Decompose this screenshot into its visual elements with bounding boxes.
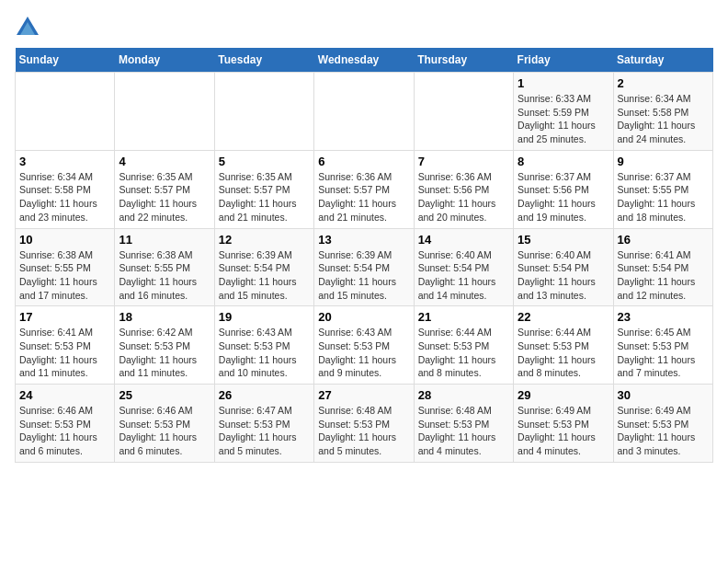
calendar-cell: 6Sunrise: 6:36 AMSunset: 5:57 PMDaylight… [314, 150, 414, 228]
day-number: 1 [518, 76, 609, 90]
day-info: Sunrise: 6:41 AMSunset: 5:53 PMDaylight:… [19, 326, 110, 380]
day-number: 20 [318, 310, 409, 324]
calendar-cell: 13Sunrise: 6:39 AMSunset: 5:54 PMDayligh… [314, 228, 414, 306]
day-info: Sunrise: 6:33 AMSunset: 5:59 PMDaylight:… [518, 92, 609, 146]
day-number: 15 [518, 233, 609, 247]
calendar-cell: 30Sunrise: 6:49 AMSunset: 5:53 PMDayligh… [613, 385, 712, 463]
day-number: 19 [219, 310, 310, 324]
calendar-week-4: 17Sunrise: 6:41 AMSunset: 5:53 PMDayligh… [16, 306, 713, 385]
calendar-cell: 23Sunrise: 6:45 AMSunset: 5:53 PMDayligh… [613, 306, 712, 385]
day-number: 2 [618, 76, 709, 90]
day-info: Sunrise: 6:40 AMSunset: 5:54 PMDaylight:… [518, 248, 609, 303]
calendar-week-2: 3Sunrise: 6:34 AMSunset: 5:58 PMDaylight… [16, 150, 713, 228]
calendar-cell [115, 73, 214, 151]
day-number: 26 [219, 388, 310, 402]
logo-icon [15, 15, 40, 40]
day-info: Sunrise: 6:39 AMSunset: 5:54 PMDaylight:… [219, 248, 310, 303]
day-number: 4 [119, 155, 210, 168]
day-number: 12 [219, 233, 310, 247]
calendar-cell [414, 73, 513, 151]
calendar-cell [314, 73, 414, 151]
day-number: 25 [119, 388, 210, 402]
day-number: 13 [318, 233, 409, 247]
day-info: Sunrise: 6:34 AMSunset: 5:58 PMDaylight:… [618, 92, 709, 146]
calendar-table: SundayMondayTuesdayWednesdayThursdayFrid… [15, 48, 713, 463]
day-number: 14 [418, 233, 509, 247]
calendar-cell: 8Sunrise: 6:37 AMSunset: 5:56 PMDaylight… [514, 150, 613, 228]
day-number: 30 [618, 388, 709, 402]
calendar-cell: 10Sunrise: 6:38 AMSunset: 5:55 PMDayligh… [16, 228, 115, 306]
day-number: 27 [318, 388, 409, 402]
day-number: 22 [518, 310, 609, 324]
day-info: Sunrise: 6:43 AMSunset: 5:53 PMDaylight:… [318, 326, 409, 380]
calendar-cell: 9Sunrise: 6:37 AMSunset: 5:55 PMDaylight… [613, 150, 712, 228]
calendar-cell [214, 73, 313, 151]
calendar-cell: 5Sunrise: 6:35 AMSunset: 5:57 PMDaylight… [214, 150, 313, 228]
calendar-cell: 19Sunrise: 6:43 AMSunset: 5:53 PMDayligh… [214, 306, 313, 385]
weekday-header-saturday: Saturday [613, 48, 712, 73]
weekday-header-row: SundayMondayTuesdayWednesdayThursdayFrid… [16, 48, 713, 73]
calendar-cell: 24Sunrise: 6:46 AMSunset: 5:53 PMDayligh… [16, 385, 115, 463]
day-info: Sunrise: 6:38 AMSunset: 5:55 PMDaylight:… [119, 248, 210, 303]
day-number: 21 [418, 310, 509, 324]
day-info: Sunrise: 6:45 AMSunset: 5:53 PMDaylight:… [618, 326, 709, 380]
calendar-cell: 29Sunrise: 6:49 AMSunset: 5:53 PMDayligh… [514, 385, 613, 463]
logo [15, 15, 44, 40]
weekday-header-sunday: Sunday [16, 48, 115, 73]
day-number: 23 [618, 310, 709, 324]
calendar-cell: 27Sunrise: 6:48 AMSunset: 5:53 PMDayligh… [314, 385, 414, 463]
calendar-cell: 22Sunrise: 6:44 AMSunset: 5:53 PMDayligh… [514, 306, 613, 385]
calendar-cell: 18Sunrise: 6:42 AMSunset: 5:53 PMDayligh… [115, 306, 214, 385]
calendar-cell: 2Sunrise: 6:34 AMSunset: 5:58 PMDaylight… [613, 73, 712, 151]
calendar-week-1: 1Sunrise: 6:33 AMSunset: 5:59 PMDaylight… [16, 73, 713, 151]
calendar-cell: 4Sunrise: 6:35 AMSunset: 5:57 PMDaylight… [115, 150, 214, 228]
calendar-cell: 25Sunrise: 6:46 AMSunset: 5:53 PMDayligh… [115, 385, 214, 463]
day-info: Sunrise: 6:48 AMSunset: 5:53 PMDaylight:… [318, 404, 409, 458]
day-info: Sunrise: 6:49 AMSunset: 5:53 PMDaylight:… [618, 404, 709, 458]
day-info: Sunrise: 6:37 AMSunset: 5:55 PMDaylight:… [618, 170, 709, 224]
day-number: 28 [418, 388, 509, 402]
day-info: Sunrise: 6:40 AMSunset: 5:54 PMDaylight:… [418, 248, 509, 303]
page-header [15, 15, 713, 40]
day-info: Sunrise: 6:49 AMSunset: 5:53 PMDaylight:… [518, 404, 609, 458]
day-number: 7 [418, 155, 509, 168]
calendar-cell: 12Sunrise: 6:39 AMSunset: 5:54 PMDayligh… [214, 228, 313, 306]
weekday-header-monday: Monday [115, 48, 214, 73]
day-info: Sunrise: 6:46 AMSunset: 5:53 PMDaylight:… [119, 404, 210, 458]
day-number: 5 [219, 155, 310, 168]
day-number: 8 [518, 155, 609, 168]
day-info: Sunrise: 6:43 AMSunset: 5:53 PMDaylight:… [219, 326, 310, 380]
day-info: Sunrise: 6:47 AMSunset: 5:53 PMDaylight:… [219, 404, 310, 458]
day-info: Sunrise: 6:37 AMSunset: 5:56 PMDaylight:… [518, 170, 609, 224]
day-info: Sunrise: 6:46 AMSunset: 5:53 PMDaylight:… [19, 404, 110, 458]
day-info: Sunrise: 6:42 AMSunset: 5:53 PMDaylight:… [119, 326, 210, 380]
calendar-cell [16, 73, 115, 151]
day-info: Sunrise: 6:34 AMSunset: 5:58 PMDaylight:… [19, 170, 110, 224]
day-info: Sunrise: 6:41 AMSunset: 5:54 PMDaylight:… [618, 248, 709, 303]
calendar-cell: 16Sunrise: 6:41 AMSunset: 5:54 PMDayligh… [613, 228, 712, 306]
day-info: Sunrise: 6:38 AMSunset: 5:55 PMDaylight:… [19, 248, 110, 303]
weekday-header-friday: Friday [514, 48, 613, 73]
calendar-week-3: 10Sunrise: 6:38 AMSunset: 5:55 PMDayligh… [16, 228, 713, 306]
day-info: Sunrise: 6:35 AMSunset: 5:57 PMDaylight:… [219, 170, 310, 224]
calendar-cell: 17Sunrise: 6:41 AMSunset: 5:53 PMDayligh… [16, 306, 115, 385]
day-number: 18 [119, 310, 210, 324]
weekday-header-thursday: Thursday [414, 48, 513, 73]
calendar-cell: 21Sunrise: 6:44 AMSunset: 5:53 PMDayligh… [414, 306, 513, 385]
calendar-cell: 11Sunrise: 6:38 AMSunset: 5:55 PMDayligh… [115, 228, 214, 306]
day-info: Sunrise: 6:44 AMSunset: 5:53 PMDaylight:… [518, 326, 609, 380]
weekday-header-wednesday: Wednesday [314, 48, 414, 73]
day-number: 17 [19, 310, 110, 324]
day-number: 24 [19, 388, 110, 402]
calendar-cell: 15Sunrise: 6:40 AMSunset: 5:54 PMDayligh… [514, 228, 613, 306]
day-number: 29 [518, 388, 609, 402]
day-info: Sunrise: 6:36 AMSunset: 5:56 PMDaylight:… [418, 170, 509, 224]
calendar-cell: 14Sunrise: 6:40 AMSunset: 5:54 PMDayligh… [414, 228, 513, 306]
calendar-week-5: 24Sunrise: 6:46 AMSunset: 5:53 PMDayligh… [16, 385, 713, 463]
calendar-cell: 26Sunrise: 6:47 AMSunset: 5:53 PMDayligh… [214, 385, 313, 463]
day-info: Sunrise: 6:36 AMSunset: 5:57 PMDaylight:… [318, 170, 409, 224]
calendar-cell: 7Sunrise: 6:36 AMSunset: 5:56 PMDaylight… [414, 150, 513, 228]
day-info: Sunrise: 6:39 AMSunset: 5:54 PMDaylight:… [318, 248, 409, 303]
day-number: 9 [618, 155, 709, 168]
calendar-cell: 20Sunrise: 6:43 AMSunset: 5:53 PMDayligh… [314, 306, 414, 385]
